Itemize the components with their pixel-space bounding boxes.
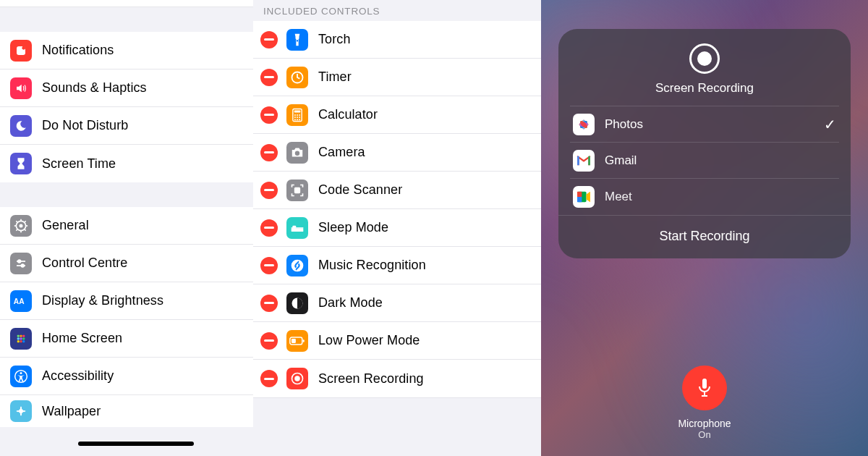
lowpower-icon [286, 330, 308, 352]
svg-rect-21 [20, 337, 22, 339]
row-calculator[interactable]: Calculator [253, 96, 541, 134]
microphone-control: Microphone On [541, 366, 868, 440]
row-label: Calculator [318, 107, 378, 122]
sleepmode-icon [286, 217, 308, 239]
app-item-meet[interactable]: Meet [570, 179, 839, 215]
row-label: Code Scanner [318, 182, 402, 198]
start-recording-button[interactable]: Start Recording [558, 215, 851, 258]
svg-point-33 [294, 114, 296, 116]
svg-rect-65 [702, 379, 707, 389]
row-screentime[interactable]: Screen Time [0, 145, 253, 182]
svg-rect-50 [292, 339, 296, 343]
row-dnd[interactable]: Do Not Disturb [0, 107, 253, 145]
svg-rect-20 [17, 337, 20, 339]
recording-card: Screen Recording Photos ✓ Gmail [558, 29, 851, 258]
svg-point-38 [299, 117, 300, 118]
app-item-photos[interactable]: Photos ✓ [570, 106, 839, 143]
redaction-bar [78, 442, 194, 446]
row-camera[interactable]: Camera [253, 134, 541, 172]
row-screenrecording[interactable]: Screen Recording [253, 360, 541, 397]
row-musicrecognition[interactable]: Music Recognition [253, 247, 541, 284]
row-label: Accessibility [42, 368, 114, 384]
screentime-icon [10, 153, 32, 174]
remove-button[interactable] [260, 332, 278, 350]
row-accessibility[interactable]: Accessibility [0, 358, 253, 395]
svg-point-41 [299, 119, 300, 120]
remove-button[interactable] [260, 106, 278, 124]
app-name: Gmail [605, 153, 836, 168]
svg-point-40 [297, 119, 298, 120]
svg-rect-22 [22, 337, 25, 339]
row-sounds[interactable]: Sounds & Haptics [0, 69, 253, 107]
svg-point-1 [22, 46, 25, 49]
row-lowpower[interactable]: Low Power Mode [253, 322, 541, 360]
svg-point-27 [20, 371, 22, 373]
remove-button[interactable] [260, 295, 278, 312]
svg-point-42 [295, 151, 299, 155]
microphone-button[interactable] [682, 366, 727, 410]
microphone-state: On [541, 429, 868, 440]
row-timer[interactable]: Timer [253, 59, 541, 96]
row-label: Sleep Mode [318, 220, 388, 235]
svg-line-9 [25, 229, 26, 231]
svg-line-11 [25, 221, 26, 222]
general-icon [10, 215, 32, 237]
row-label: General [42, 218, 89, 233]
svg-rect-63 [577, 192, 582, 197]
row-label: Dark Mode [318, 295, 383, 311]
app-name: Meet [605, 190, 836, 204]
row-label: Screen Time [42, 156, 116, 172]
row-wallpaper[interactable]: Wallpaper [0, 395, 253, 427]
display-icon: AA [10, 290, 32, 312]
svg-rect-23 [17, 340, 20, 342]
row-display[interactable]: AA Display & Brightness [0, 282, 253, 320]
svg-line-10 [16, 229, 17, 231]
codescanner-icon [286, 180, 308, 201]
app-item-gmail[interactable]: Gmail [570, 143, 839, 179]
sounds-icon [10, 77, 32, 99]
row-general[interactable]: General [0, 207, 253, 245]
remove-button[interactable] [260, 257, 278, 274]
homescreen-icon [10, 328, 32, 350]
screenrecording-icon [286, 368, 308, 389]
row-notifications[interactable]: Notifications [0, 32, 253, 69]
svg-point-36 [294, 117, 296, 118]
torch-icon [286, 29, 308, 51]
svg-rect-64 [577, 197, 582, 202]
row-darkmode[interactable]: Dark Mode [253, 284, 541, 322]
card-title: Screen Recording [558, 81, 851, 96]
svg-point-34 [297, 114, 298, 116]
remove-button[interactable] [260, 31, 278, 48]
remove-button[interactable] [260, 370, 278, 387]
row-label: Wallpaper [42, 404, 101, 419]
row-label: Low Power Mode [318, 333, 420, 348]
settings-group-2: General Control Centre AA Display & Brig… [0, 207, 253, 427]
app-name: Photos [605, 117, 824, 132]
remove-button[interactable] [260, 69, 278, 86]
svg-rect-25 [22, 340, 25, 342]
row-codescanner[interactable]: Code Scanner [253, 172, 541, 209]
darkmode-icon [286, 292, 308, 314]
row-controlcentre[interactable]: Control Centre [0, 245, 253, 282]
settings-group-1: Notifications Sounds & Haptics Do Not Di… [0, 32, 253, 182]
svg-rect-19 [22, 334, 25, 337]
row-sleepmode[interactable]: Sleep Mode [253, 209, 541, 247]
calculator-icon [286, 104, 308, 126]
svg-rect-18 [20, 334, 22, 337]
remove-button[interactable] [260, 144, 278, 161]
row-label: Music Recognition [318, 258, 426, 273]
svg-point-35 [299, 114, 300, 116]
control-centre-panel: INCLUDED CONTROLS Torch Timer [253, 0, 541, 456]
row-homescreen[interactable]: Home Screen [0, 320, 253, 358]
dnd-icon [10, 115, 32, 137]
row-torch[interactable]: Torch [253, 21, 541, 59]
checkmark-icon: ✓ [824, 116, 836, 133]
remove-button[interactable] [260, 219, 278, 237]
row-label: Screen Recording [318, 371, 424, 387]
row-label: Torch [318, 32, 351, 47]
svg-line-8 [16, 221, 17, 222]
remove-button[interactable] [260, 182, 278, 199]
svg-rect-17 [17, 334, 20, 337]
row-label: Timer [318, 69, 352, 85]
svg-point-3 [20, 224, 23, 227]
